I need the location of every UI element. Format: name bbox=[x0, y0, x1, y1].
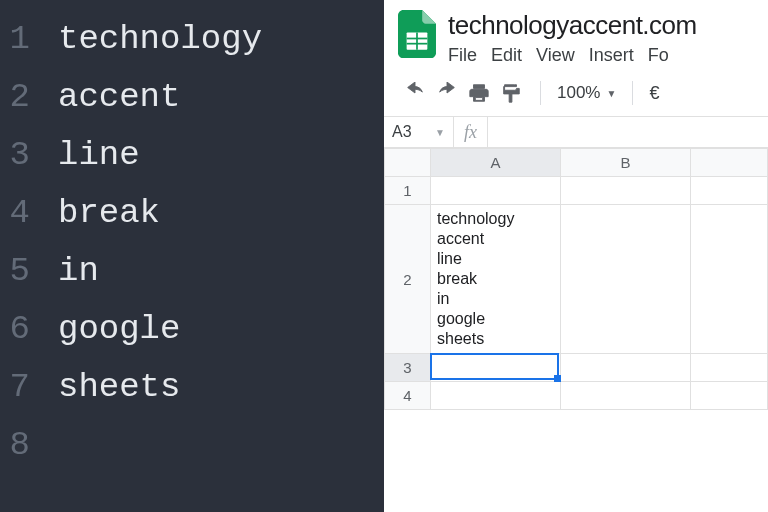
undo-icon[interactable] bbox=[402, 80, 428, 106]
menu-insert[interactable]: Insert bbox=[589, 45, 634, 66]
cell-C4[interactable] bbox=[691, 382, 768, 410]
row-header-2[interactable]: 2 bbox=[385, 205, 431, 354]
cell-A1[interactable] bbox=[431, 177, 561, 205]
paint-format-icon[interactable] bbox=[498, 80, 524, 106]
column-header-extra[interactable] bbox=[691, 149, 768, 177]
cell-C1[interactable] bbox=[691, 177, 768, 205]
title-bar: technologyaccent.com File Edit View Inse… bbox=[384, 0, 768, 70]
line-number: 5 bbox=[0, 252, 48, 290]
toolbar-separator bbox=[540, 81, 541, 105]
cell-B2[interactable] bbox=[561, 205, 691, 354]
editor-line[interactable]: 1technology bbox=[0, 10, 384, 68]
print-icon[interactable] bbox=[466, 80, 492, 106]
menu-view[interactable]: View bbox=[536, 45, 575, 66]
line-text: google bbox=[48, 310, 180, 348]
editor-line[interactable]: 6google bbox=[0, 300, 384, 358]
cell-A4[interactable] bbox=[431, 382, 561, 410]
line-number: 1 bbox=[0, 20, 48, 58]
editor-line[interactable]: 7sheets bbox=[0, 358, 384, 416]
line-text: accent bbox=[48, 78, 180, 116]
name-box-row: A3 ▼ fx bbox=[384, 117, 768, 148]
editor-line[interactable]: 2accent bbox=[0, 68, 384, 126]
line-number: 8 bbox=[0, 426, 48, 464]
cell-B1[interactable] bbox=[561, 177, 691, 205]
name-box[interactable]: A3 ▼ bbox=[384, 117, 454, 147]
menu-format[interactable]: Fo bbox=[648, 45, 669, 66]
line-text: sheets bbox=[48, 368, 180, 406]
row-header-1[interactable]: 1 bbox=[385, 177, 431, 205]
toolbar-separator bbox=[632, 81, 633, 105]
currency-format-button[interactable]: € bbox=[649, 83, 659, 104]
select-all-corner[interactable] bbox=[385, 149, 431, 177]
line-number: 6 bbox=[0, 310, 48, 348]
chevron-down-icon: ▼ bbox=[606, 88, 616, 99]
toolbar: 100% ▼ € bbox=[384, 70, 768, 117]
sheets-logo-icon bbox=[398, 10, 436, 58]
line-text: technology bbox=[48, 20, 262, 58]
menu-bar: File Edit View Insert Fo bbox=[448, 45, 697, 66]
zoom-value: 100% bbox=[557, 83, 600, 103]
line-text: in bbox=[48, 252, 99, 290]
zoom-dropdown[interactable]: 100% ▼ bbox=[557, 83, 616, 103]
line-number: 4 bbox=[0, 194, 48, 232]
name-box-value: A3 bbox=[392, 123, 412, 141]
formula-bar[interactable] bbox=[488, 117, 768, 147]
menu-edit[interactable]: Edit bbox=[491, 45, 522, 66]
line-text: break bbox=[48, 194, 160, 232]
cell-C2[interactable] bbox=[691, 205, 768, 354]
line-number: 7 bbox=[0, 368, 48, 406]
cell-B3[interactable] bbox=[561, 354, 691, 382]
line-number: 3 bbox=[0, 136, 48, 174]
column-header-A[interactable]: A bbox=[431, 149, 561, 177]
redo-icon[interactable] bbox=[434, 80, 460, 106]
google-sheets-window: technologyaccent.com File Edit View Inse… bbox=[384, 0, 768, 512]
spreadsheet-grid[interactable]: A B 1 2 technology accent line break in … bbox=[384, 148, 768, 512]
document-title[interactable]: technologyaccent.com bbox=[448, 10, 697, 41]
fx-label: fx bbox=[454, 117, 488, 147]
cell-A2[interactable]: technology accent line break in google s… bbox=[431, 205, 561, 354]
cell-C3[interactable] bbox=[691, 354, 768, 382]
editor-line[interactable]: 5in bbox=[0, 242, 384, 300]
cell-B4[interactable] bbox=[561, 382, 691, 410]
editor-line[interactable]: 8 bbox=[0, 416, 384, 474]
row-header-4[interactable]: 4 bbox=[385, 382, 431, 410]
code-editor: 1technology2accent3line4break5in6google7… bbox=[0, 0, 384, 512]
editor-line[interactable]: 4break bbox=[0, 184, 384, 242]
cell-A3[interactable] bbox=[431, 354, 561, 382]
menu-file[interactable]: File bbox=[448, 45, 477, 66]
row-header-3[interactable]: 3 bbox=[385, 354, 431, 382]
line-text: line bbox=[48, 136, 140, 174]
editor-line[interactable]: 3line bbox=[0, 126, 384, 184]
chevron-down-icon: ▼ bbox=[435, 127, 445, 138]
column-header-B[interactable]: B bbox=[561, 149, 691, 177]
line-number: 2 bbox=[0, 78, 48, 116]
